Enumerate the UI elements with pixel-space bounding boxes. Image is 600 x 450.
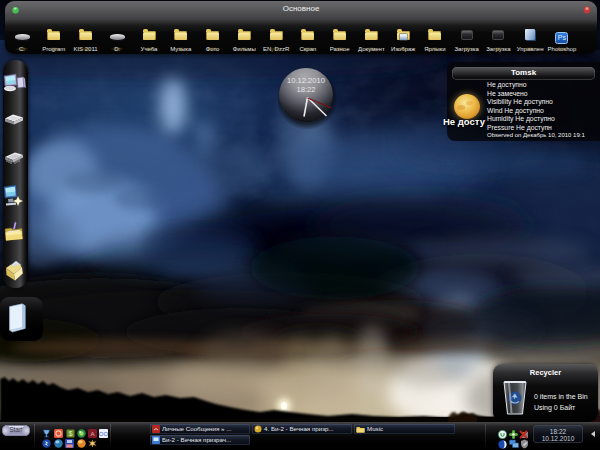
svg-text:18:22: 18:22 <box>296 85 315 94</box>
svg-text:10.12.2010: 10.12.2010 <box>287 76 325 85</box>
svg-text:OO: OO <box>99 431 108 437</box>
